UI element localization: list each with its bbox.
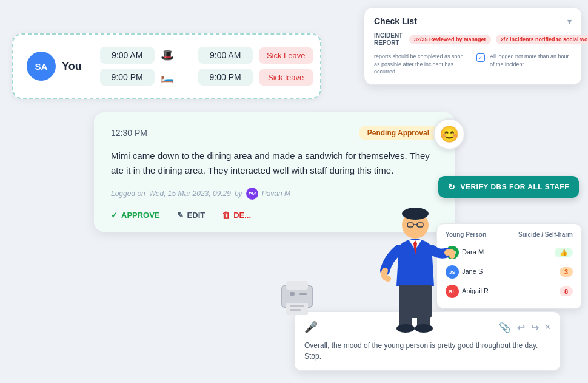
log-meta-by: by [235, 189, 242, 198]
chevron-down-icon[interactable]: ▾ [567, 16, 572, 26]
risk-card: Young Person Suicide / Self-harm DMDara … [436, 223, 582, 309]
checklist-body-right-text: All logged not more than an hour of the … [490, 53, 572, 68]
col-suicide-self-harm: Suicide / Self-harm [502, 231, 573, 243]
close-icon[interactable]: × [545, 322, 550, 333]
incident-label: INCIDENTREPORT [374, 32, 404, 47]
risk-table: Young Person Suicide / Self-harm DMDara … [446, 231, 573, 301]
log-meta-date: Wed, 15 Mar 2023, 09:29 [149, 189, 231, 198]
attachment-icon[interactable]: 📎 [499, 322, 511, 333]
log-time: 12:30 PM [111, 128, 147, 138]
voice-text: Overall, the mood of the young person is… [304, 340, 550, 362]
checklist-title: Check List [374, 16, 417, 26]
log-text: Mimi came down to the dining area and ma… [111, 149, 438, 178]
edit-button[interactable]: ✎ EDIT [177, 211, 205, 220]
evening-time: 9:00 PM [100, 69, 155, 86]
badge-reviewed: 32/35 Reviewed by Manager [409, 35, 491, 44]
morning-leave-badge: Sick Leave [259, 47, 313, 64]
checklist-body-right: ✓ All logged not more than an hour of th… [476, 53, 572, 76]
dbs-label: VERIFY DBS FOR ALL STAFF [460, 183, 569, 191]
table-row: DMDara M👍 [446, 243, 573, 262]
risk-badge: 3 [560, 267, 573, 277]
schedule-times: 9:00 AM 🎩 9:00 AM Sick Leave 9:00 PM 🛏️ … [100, 47, 313, 86]
svg-rect-4 [299, 293, 307, 295]
risk-badge: 👍 [555, 248, 573, 257]
checkbox[interactable]: ✓ [476, 53, 485, 62]
redo-icon[interactable]: ↪ [531, 322, 539, 333]
avatar: SA [27, 52, 56, 81]
risk-cell: 👍 [502, 243, 573, 262]
morning-time-right: 9:00 AM [198, 47, 253, 64]
author-initials: PM [249, 191, 256, 197]
log-meta: Logged on Wed, 15 Mar 2023, 09:29 by PM … [111, 188, 438, 200]
pending-approval-badge: Pending Approval [359, 126, 438, 140]
morning-time: 9:00 AM [100, 47, 155, 64]
page-wrapper: SA You 9:00 AM 🎩 9:00 AM Sick Leave 9:00… [0, 0, 588, 383]
person-illustration [376, 207, 455, 334]
svg-rect-1 [286, 281, 308, 290]
table-row: JSJane S3 [446, 262, 573, 282]
edit-icon: ✎ [177, 211, 184, 220]
edit-label: EDIT [187, 211, 205, 220]
risk-badge: 8 [560, 286, 573, 296]
svg-point-16 [415, 324, 433, 333]
svg-rect-6 [290, 309, 301, 311]
microphone-icon[interactable]: 🎤 [304, 320, 318, 334]
checkmark-icon: ✓ [111, 211, 118, 220]
checklist-card: Check List ▾ INCIDENTREPORT 32/35 Review… [364, 7, 582, 85]
voice-text-line1: Overall, the mood of the young person is… [304, 340, 550, 351]
checklist-body-left-text: reports should be completed as soon as p… [374, 53, 469, 76]
delete-label: DE... [233, 211, 251, 220]
smiley-circle: 😊 [433, 118, 465, 150]
evening-time-right: 9:00 PM [198, 69, 253, 86]
approve-label: APPROVE [121, 211, 160, 220]
hat-icon: 🎩 [161, 49, 174, 62]
user-name: You [62, 60, 82, 73]
log-meta-prefix: Logged on [111, 189, 145, 198]
evening-row: 9:00 PM 🛏️ 9:00 PM Sick leave [100, 69, 313, 86]
trash-icon: 🗑 [222, 211, 230, 220]
smiley-icon: 😊 [439, 125, 459, 144]
author-avatar: PM [246, 188, 258, 200]
svg-rect-3 [290, 292, 295, 296]
dbs-verify-button[interactable]: ↻ VERIFY DBS FOR ALL STAFF [438, 176, 579, 198]
checklist-body: reports should be completed as soon as p… [374, 53, 572, 76]
svg-point-15 [396, 324, 415, 333]
avatar-initials: SA [35, 61, 48, 72]
voice-action-icons: 📎 ↩ ↪ × [499, 322, 550, 333]
printer-illustration [273, 268, 321, 322]
voice-text-line2: Stop. [304, 351, 550, 362]
schedule-card: SA You 9:00 AM 🎩 9:00 AM Sick Leave 9:00… [12, 33, 321, 99]
bed-icon: 🛏️ [161, 70, 174, 84]
approve-button[interactable]: ✓ APPROVE [111, 211, 160, 220]
refresh-icon: ↻ [448, 182, 456, 192]
log-card-header: 12:30 PM Pending Approval [111, 126, 438, 140]
svg-point-11 [402, 208, 429, 220]
badge-notified: 2/2 incidents notified to social worker [496, 35, 588, 44]
morning-row: 9:00 AM 🎩 9:00 AM Sick Leave [100, 47, 313, 64]
risk-cell: 3 [502, 262, 573, 282]
checklist-header: Check List ▾ [374, 16, 572, 26]
delete-button[interactable]: 🗑 DE... [222, 211, 251, 220]
table-row: RLAbigail R8 [446, 282, 573, 301]
svg-rect-5 [290, 305, 304, 307]
incident-row: INCIDENTREPORT 32/35 Reviewed by Manager… [374, 32, 572, 47]
undo-icon[interactable]: ↩ [517, 322, 525, 333]
evening-leave-badge: Sick leave [259, 69, 313, 86]
risk-cell: 8 [502, 282, 573, 301]
log-meta-author: Pavan M [262, 189, 290, 198]
